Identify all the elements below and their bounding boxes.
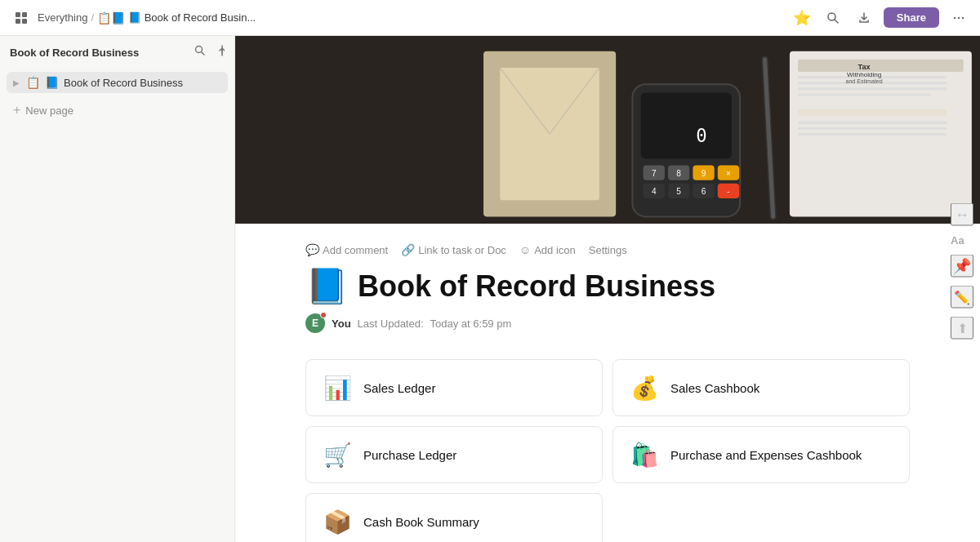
sales-ledger-card[interactable]: 📊 Sales Ledger bbox=[305, 359, 603, 416]
svg-rect-46 bbox=[798, 122, 947, 124]
svg-rect-1 bbox=[22, 12, 27, 17]
add-comment-label: Add comment bbox=[323, 244, 388, 256]
sidebar-header-icons bbox=[194, 44, 225, 60]
svg-point-8 bbox=[962, 16, 964, 18]
svg-text:8: 8 bbox=[676, 169, 681, 178]
svg-rect-40 bbox=[798, 60, 964, 72]
svg-text:Withholding: Withholding bbox=[847, 71, 881, 78]
last-updated-prefix: Last Updated: bbox=[358, 318, 424, 330]
settings-button[interactable]: Settings bbox=[589, 244, 627, 256]
svg-rect-3 bbox=[22, 19, 27, 24]
breadcrumb-home[interactable]: Everything bbox=[38, 11, 87, 24]
svg-text:4: 4 bbox=[652, 187, 657, 196]
bookmark-button[interactable]: ⭐ bbox=[791, 7, 813, 29]
add-icon-button[interactable]: ☺ Add icon bbox=[519, 243, 576, 256]
svg-point-7 bbox=[958, 16, 960, 18]
author-row: E You Last Updated: Today at 6:59 pm bbox=[305, 313, 910, 333]
avatar: E bbox=[305, 313, 325, 333]
doc-file-icon: 📋 bbox=[26, 76, 40, 89]
link-label: Link to task or Doc bbox=[418, 244, 506, 256]
share-float-button[interactable]: ⬆ bbox=[951, 317, 973, 340]
svg-text:5: 5 bbox=[676, 187, 681, 196]
sidebar-item-book-of-record[interactable]: ▶ 📋 📘 Book of Record Business bbox=[7, 72, 228, 93]
new-page-label: New page bbox=[25, 104, 74, 117]
new-page-button[interactable]: + New page bbox=[0, 98, 234, 122]
sidebar-item-label: Book of Record Business bbox=[64, 77, 183, 89]
svg-rect-47 bbox=[798, 127, 947, 130]
page-title: Book of Record Business bbox=[358, 269, 715, 304]
page-title-area: 📘 Book of Record Business bbox=[305, 269, 910, 304]
share-button[interactable]: Share bbox=[884, 7, 939, 28]
svg-text:and Estimated: and Estimated bbox=[846, 78, 883, 85]
sidebar: Book of Record Business ▶ 📋 📘 Book of Re… bbox=[0, 36, 235, 542]
purchase-ledger-icon: 🛒 bbox=[321, 438, 354, 471]
purchase-expenses-label: Purchase and Expenses Cashbook bbox=[670, 448, 862, 462]
sales-cashbook-card[interactable]: 💰 Sales Cashbook bbox=[612, 359, 910, 416]
purchase-ledger-label: Purchase Ledger bbox=[363, 448, 457, 462]
purchase-expenses-icon: 🛍️ bbox=[628, 438, 661, 471]
author-name: You bbox=[332, 318, 351, 330]
sidebar-expand-icon: ▶ bbox=[13, 78, 20, 87]
cash-book-summary-card[interactable]: 📦 Cash Book Summary bbox=[305, 493, 603, 542]
edit-button[interactable]: ✏️ bbox=[951, 286, 973, 309]
svg-text:Tax: Tax bbox=[858, 63, 871, 71]
svg-line-5 bbox=[835, 20, 838, 23]
svg-text:6: 6 bbox=[702, 187, 706, 196]
sales-cashbook-label: Sales Cashbook bbox=[670, 381, 760, 395]
pin-button[interactable]: 📌 bbox=[951, 255, 973, 278]
svg-text:×: × bbox=[726, 169, 731, 178]
sales-ledger-icon: 📊 bbox=[321, 371, 354, 404]
hero-cover-image: 0 7 8 9 × 4 5 6 - bbox=[235, 36, 980, 224]
page-actions-toolbar: 💬 Add comment 🔗 Link to task or Doc ☺ Ad… bbox=[305, 243, 910, 256]
topbar: Everything / 📋📘 📘 Book of Record Busin..… bbox=[0, 0, 980, 36]
main-layout: Book of Record Business ▶ 📋 📘 Book of Re… bbox=[0, 36, 980, 542]
search-button[interactable] bbox=[822, 7, 844, 29]
breadcrumb-current[interactable]: 📘 Book of Record Busin... bbox=[128, 11, 256, 24]
svg-text:-: - bbox=[727, 187, 729, 196]
avatar-initial: E bbox=[312, 318, 318, 329]
svg-text:0: 0 bbox=[696, 125, 706, 146]
document-grid: 📊 Sales Ledger 💰 Sales Cashbook 🛒 Purcha… bbox=[305, 359, 910, 542]
svg-rect-45 bbox=[798, 109, 947, 116]
add-comment-button[interactable]: 💬 Add comment bbox=[305, 243, 388, 256]
page-title-emoji: 📘 bbox=[305, 269, 348, 304]
svg-rect-2 bbox=[16, 19, 20, 24]
sidebar-title: Book of Record Business bbox=[10, 47, 139, 59]
more-button[interactable] bbox=[947, 7, 970, 29]
svg-rect-19 bbox=[645, 96, 728, 154]
content-area: 0 7 8 9 × 4 5 6 - bbox=[235, 36, 980, 542]
sales-ledger-label: Sales Ledger bbox=[363, 381, 435, 395]
font-size-button[interactable]: Aa bbox=[951, 234, 973, 247]
link-to-task-button[interactable]: 🔗 Link to task or Doc bbox=[401, 243, 506, 256]
add-icon-label: Add icon bbox=[534, 244, 576, 256]
svg-rect-43 bbox=[798, 87, 947, 90]
expand-width-button[interactable]: ↔ bbox=[951, 203, 973, 226]
sidebar-collapse-button[interactable] bbox=[212, 44, 225, 60]
doc-icon-breadcrumb: 📋📘 bbox=[97, 11, 125, 24]
svg-rect-44 bbox=[798, 93, 930, 96]
purchase-ledger-card[interactable]: 🛒 Purchase Ledger bbox=[305, 426, 603, 483]
emoji-icon: ☺ bbox=[519, 243, 531, 256]
breadcrumb-sep: / bbox=[91, 11, 94, 24]
book-emoji-icon: 📘 bbox=[45, 76, 59, 89]
topbar-right: ⭐ Share bbox=[791, 7, 970, 29]
purchase-expenses-cashbook-card[interactable]: 🛍️ Purchase and Expenses Cashbook bbox=[612, 426, 910, 483]
cover-image-visual: 0 7 8 9 × 4 5 6 - bbox=[235, 36, 980, 224]
sidebar-items: ▶ 📋 📘 Book of Record Business bbox=[0, 69, 234, 96]
link-icon: 🔗 bbox=[401, 243, 415, 256]
page-body: 💬 Add comment 🔗 Link to task or Doc ☺ Ad… bbox=[256, 224, 959, 542]
topbar-left: Everything / 📋📘 📘 Book of Record Busin..… bbox=[10, 7, 784, 29]
cash-book-label: Cash Book Summary bbox=[363, 515, 479, 529]
svg-rect-0 bbox=[16, 12, 20, 17]
settings-label: Settings bbox=[589, 244, 627, 256]
svg-point-6 bbox=[954, 16, 956, 18]
sales-cashbook-icon: 💰 bbox=[628, 371, 661, 404]
plus-icon: + bbox=[13, 103, 20, 118]
download-button[interactable] bbox=[853, 7, 875, 29]
app-menu-button[interactable] bbox=[10, 7, 33, 29]
svg-line-10 bbox=[202, 52, 205, 56]
sidebar-search-button[interactable] bbox=[194, 44, 207, 60]
comment-icon: 💬 bbox=[305, 243, 319, 256]
breadcrumb: Everything / 📋📘 📘 Book of Record Busin..… bbox=[38, 11, 256, 24]
cash-book-icon: 📦 bbox=[321, 505, 354, 538]
